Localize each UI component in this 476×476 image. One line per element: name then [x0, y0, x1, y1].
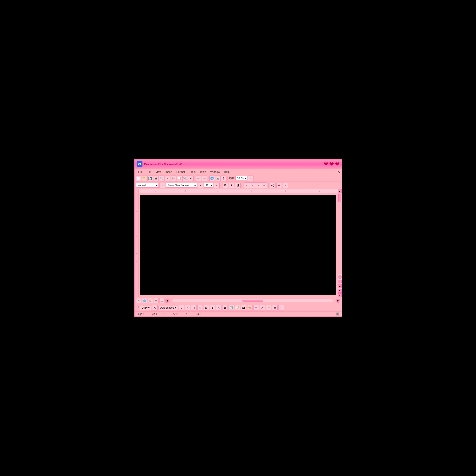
italic-button[interactable]: I — [229, 183, 234, 188]
web-button[interactable]: 🌐 — [209, 175, 215, 181]
view-print-btn[interactable]: □ — [148, 298, 153, 303]
underline-button[interactable]: U — [235, 183, 241, 188]
insert-wordart-button[interactable]: A — [216, 305, 221, 310]
align-center-button[interactable]: ≡ — [250, 183, 255, 188]
menu-bar: File Edit View Insert Format Tools Table… — [135, 169, 342, 175]
hscroll-thumb[interactable] — [242, 300, 263, 302]
menu-view[interactable]: View — [153, 170, 163, 174]
menu-table[interactable]: Table — [198, 170, 208, 174]
menu-help[interactable]: Help — [222, 170, 232, 174]
draw-menu-button[interactable]: Draw ▾ — [140, 306, 151, 310]
font-size-dropdown[interactable]: 12 8 10 14 16 — [204, 183, 213, 187]
font-color-draw-button[interactable]: A — [260, 305, 265, 310]
scroll-nav-btn-2[interactable]: ▲ — [338, 280, 342, 283]
close-button[interactable]: ✕ — [337, 170, 340, 174]
ruler-tab: ⧖ — [185, 190, 186, 192]
status-ln: Ln 1 — [185, 313, 189, 315]
rectangle-button[interactable]: □ — [191, 305, 197, 310]
scroll-thumb-v[interactable] — [338, 194, 341, 202]
autoshapes-button[interactable]: AutoShapes ▾ — [158, 306, 178, 310]
word-window: W Document1 - Microsoft Word ❤ ❤ ❤ File … — [134, 159, 342, 317]
font-size-arrow[interactable]: ▼ — [214, 183, 220, 188]
line-color-button[interactable]: ✏ — [254, 305, 259, 310]
select-arrow-button[interactable]: ↖ — [152, 305, 158, 310]
scroll-up-button[interactable]: ▲ — [338, 189, 342, 193]
paste-button[interactable]: 📎 — [182, 175, 188, 181]
zoom-dropdown[interactable]: 100% 75% 50% 150% — [235, 176, 248, 180]
insert-clipart-button[interactable]: ▲ — [210, 305, 215, 310]
style-dropdown[interactable]: Normal — [136, 183, 159, 187]
oval-button[interactable]: ○ — [197, 305, 203, 310]
new-button[interactable]: 📄 — [136, 175, 141, 181]
formatting-more-button[interactable]: » — [283, 183, 288, 188]
show-hide-button[interactable]: ¶ — [221, 175, 226, 181]
bold-button[interactable]: B — [223, 183, 228, 188]
insert-textbox-button[interactable]: 📝 — [235, 305, 240, 310]
scroll-track-v[interactable] — [338, 193, 342, 274]
font-dropdown[interactable]: Times New Roman — [166, 183, 197, 187]
menu-window[interactable]: Window — [208, 170, 222, 174]
scroll-nav-btn-4[interactable]: ▼ — [338, 289, 342, 293]
hscroll-right-btn[interactable]: ● — [336, 299, 340, 303]
spell-check-button[interactable]: ✓ — [165, 175, 170, 181]
scroll-nav-btn-3[interactable]: ◆ — [338, 284, 342, 288]
font-color-button[interactable]: A — [276, 183, 282, 188]
menu-edit[interactable]: Edit — [145, 170, 153, 174]
ruler-v-mark: · — [136, 216, 137, 224]
copy-button[interactable]: 📋 — [177, 175, 182, 181]
format-sep-2 — [242, 183, 242, 187]
bottom-nav-bar: ≡ 🌐 □ ≋ 📖 ● ● — [135, 297, 342, 304]
view-reading-btn[interactable]: 📖 — [159, 298, 165, 303]
ruler-L: L — [155, 190, 156, 192]
highlight-button[interactable]: ab̲ — [270, 183, 275, 188]
open-button[interactable]: 📂 — [142, 175, 147, 181]
font-arrow[interactable]: ▼ — [198, 183, 203, 188]
zoom-control[interactable]: 100% 100% 75% 50% 150% — [229, 176, 248, 180]
menu-file[interactable]: File — [136, 170, 145, 174]
align-group: ≡ ≡ ≡ ≡ — [244, 182, 267, 188]
standard-toolbar: 📄 📂 💾 🖨 🔍 ✓ ✂ 📋 📎 🖌 ↩ ↪ 🌐 🔬 ¶ 100% 100% … — [135, 175, 342, 182]
insert-diagram-button[interactable]: 🔄 — [229, 305, 234, 310]
line-style-button[interactable]: ═ — [266, 305, 271, 310]
arrow-button[interactable]: ↗ — [185, 305, 190, 310]
hscroll-left-btn[interactable]: ● — [165, 299, 170, 303]
line-button[interactable]: \ — [179, 305, 184, 310]
ruler-v-mark: · — [136, 199, 137, 207]
ruler-v-mark: 1 — [136, 249, 137, 257]
insert-org-chart-button[interactable]: ⚙ — [222, 305, 228, 310]
vertical-ruler: · · 1 · · · · 1 · · — [135, 189, 139, 297]
toolbar-sep-2 — [208, 176, 208, 181]
document-page[interactable] — [140, 195, 336, 295]
draw-more-button[interactable]: » — [278, 305, 284, 310]
ruler-v-mark: · — [136, 266, 137, 274]
ruler-v-mark: 1 — [136, 207, 137, 216]
fill-color-button[interactable]: 🎨 — [247, 305, 253, 310]
print-button[interactable]: 🖨 — [153, 175, 159, 181]
cut-button[interactable]: ✂ — [171, 175, 176, 181]
scroll-nav-btn-1[interactable]: • — [338, 275, 342, 279]
format-sep-1 — [221, 183, 221, 187]
format-painter-button[interactable]: 🖌 — [188, 175, 194, 181]
view-normal-btn[interactable]: ≡ — [136, 298, 141, 303]
toolbar-more-button[interactable]: » — [248, 175, 254, 181]
view-web-btn[interactable]: 🌐 — [142, 298, 147, 303]
undo-button[interactable]: ↩ — [196, 175, 201, 181]
align-left-button[interactable]: ≡ — [244, 183, 249, 188]
research-button[interactable]: 🔬 — [215, 175, 221, 181]
toolbar-sep-3 — [227, 176, 228, 181]
save-button[interactable]: 💾 — [147, 175, 153, 181]
menu-format[interactable]: Format — [174, 170, 187, 174]
horizontal-scrollbar[interactable] — [172, 299, 333, 302]
view-outline-btn[interactable]: ≋ — [154, 298, 159, 303]
redo-button[interactable]: ↪ — [202, 175, 207, 181]
style-arrow[interactable]: ▼ — [159, 183, 165, 188]
menu-insert[interactable]: Insert — [163, 170, 174, 174]
align-justify-button[interactable]: ≡ — [261, 183, 267, 188]
insert-picture-button[interactable]: 🖼 — [204, 305, 209, 310]
print-preview-button[interactable]: 🔍 — [159, 175, 165, 181]
dash-style-button[interactable]: ▦ — [272, 305, 278, 310]
align-right-button[interactable]: ≡ — [255, 183, 261, 188]
menu-tools[interactable]: Tools — [187, 170, 198, 174]
insert-3dimage-button[interactable]: 🏔 — [241, 305, 246, 310]
scroll-down-button[interactable]: ▼ — [338, 293, 342, 297]
